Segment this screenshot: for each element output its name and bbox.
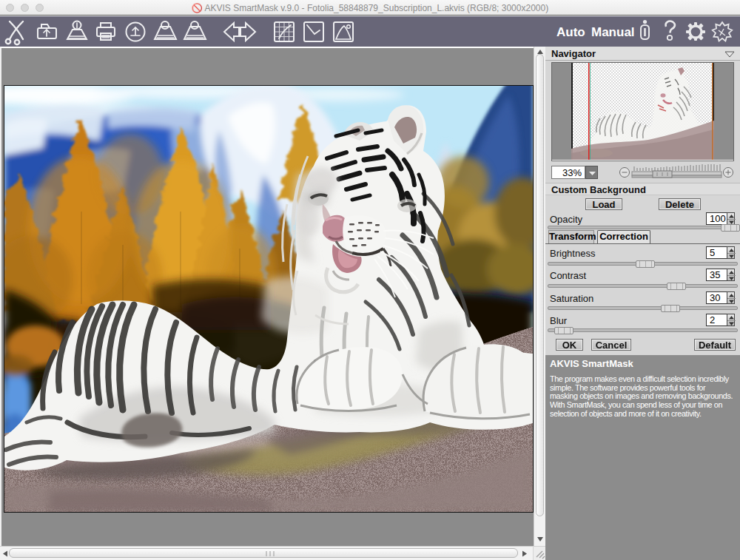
svg-text:Manual: Manual [591, 25, 635, 39]
svg-text:Auto: Auto [556, 25, 585, 39]
